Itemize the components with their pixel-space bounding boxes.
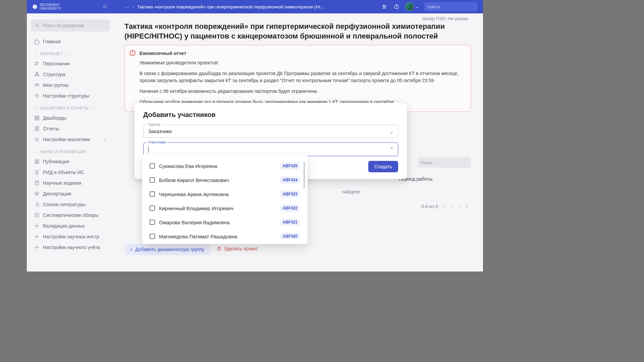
pin-icon[interactable] bbox=[102, 3, 108, 10]
trash-icon bbox=[217, 246, 221, 251]
sidebar-item-analytics-settings[interactable]: Настройки аналитики⌄ bbox=[31, 134, 110, 145]
equalizer-icon[interactable] bbox=[381, 3, 388, 10]
delete-project-button[interactable]: Удалить проект bbox=[211, 244, 263, 253]
breadcrumb-ellipsis[interactable]: … bbox=[125, 4, 129, 9]
chevron-down-icon: ⌄ bbox=[103, 137, 107, 142]
svg-point-2 bbox=[385, 6, 386, 7]
cap-icon bbox=[34, 191, 40, 196]
sidebar-item-mygroups[interactable]: Мои группы bbox=[31, 80, 110, 90]
svg-point-24 bbox=[36, 225, 38, 227]
prev-page-icon[interactable]: ‹ bbox=[451, 204, 453, 209]
bulb-icon bbox=[34, 170, 40, 175]
sidebar-item-structure[interactable]: Структура bbox=[31, 69, 110, 80]
svg-rect-17 bbox=[37, 116, 39, 118]
sidebar-item-lit-lists[interactable]: Списки литературы bbox=[31, 199, 110, 210]
sidebar-item-label: Структура bbox=[43, 72, 65, 77]
sidebar-item-rid[interactable]: РИД и объекты ИС bbox=[31, 167, 110, 178]
participants-dropdown: Сукиасова Ева ИгоревнаABF425 Бобков Кири… bbox=[142, 154, 308, 244]
svg-point-13 bbox=[35, 84, 37, 85]
table-search-placeholder: Поиск bbox=[421, 160, 433, 165]
option-code: ABF421 bbox=[280, 219, 300, 226]
last-page-icon[interactable]: ›| bbox=[466, 204, 468, 209]
home-icon bbox=[34, 39, 40, 44]
sidebar-item-dashboards[interactable]: Дашборды bbox=[31, 113, 110, 123]
sidebar-item-persons[interactable]: Персоналии bbox=[31, 58, 110, 69]
option-name: Магомедова Патимат Рашадовна bbox=[159, 234, 237, 239]
svg-point-21 bbox=[36, 139, 38, 140]
book-icon bbox=[34, 159, 40, 164]
add-dynamic-group-button[interactable]: + Добавить динамическую группу bbox=[124, 244, 210, 255]
checkbox-icon[interactable] bbox=[150, 177, 155, 183]
global-search-input[interactable] bbox=[427, 4, 484, 9]
users-icon bbox=[34, 61, 40, 66]
dropdown-option[interactable]: Магомедова Патимат РашадовнаABF420 bbox=[148, 229, 302, 239]
modal-title: Добавить участников bbox=[143, 111, 398, 119]
table-search[interactable]: Поиск bbox=[417, 158, 471, 168]
group-select[interactable]: Группа Заказчики ⌄ bbox=[143, 125, 398, 138]
svg-point-3 bbox=[384, 8, 384, 8]
sidebar-item-label: Настройки структуры bbox=[43, 93, 89, 99]
sidebar-item-publications[interactable]: Публикации bbox=[31, 156, 110, 167]
svg-rect-18 bbox=[35, 118, 37, 120]
logo-text-2: UNIVERSITY bbox=[40, 7, 61, 10]
chevron-down-icon: ⌄ bbox=[415, 4, 419, 9]
dropdown-option[interactable]: Бобков Кирилл ВячеславовичABF424 bbox=[148, 173, 302, 187]
top-bar: SECHENOV UNIVERSITY … › Тактика «контрол… bbox=[27, 0, 483, 13]
option-code: ABF420 bbox=[280, 233, 300, 239]
logo[interactable]: SECHENOV UNIVERSITY bbox=[32, 3, 61, 10]
sidebar-item-home[interactable]: Главная bbox=[31, 36, 110, 47]
group-icon bbox=[34, 82, 40, 88]
svg-point-8 bbox=[36, 62, 37, 63]
user-menu[interactable]: ⌄ bbox=[405, 2, 419, 11]
svg-point-25 bbox=[36, 236, 38, 237]
sidebar-item-label: Публикации bbox=[43, 159, 69, 164]
first-page-icon[interactable]: |‹ bbox=[443, 204, 446, 209]
sidebar-item-label: Настройки аналитики bbox=[43, 137, 90, 142]
sidebar-item-sci-instr[interactable]: Настройки научных инстр. bbox=[31, 231, 110, 242]
sidebar-item-journals[interactable]: Научные издания bbox=[31, 178, 110, 188]
sidebar-item-sys-reviews[interactable]: Систематические обзоры bbox=[31, 210, 110, 221]
sidebar-item-dissertations[interactable]: Диссертации bbox=[31, 188, 110, 199]
sidebar-item-label: Списки литературы bbox=[43, 202, 86, 207]
checkbox-icon[interactable] bbox=[150, 163, 155, 169]
gear-icon bbox=[34, 223, 40, 229]
report-icon bbox=[34, 126, 40, 131]
dropdown-option[interactable]: Сукиасова Ева ИгоревнаABF425 bbox=[148, 159, 302, 173]
checkbox-icon[interactable] bbox=[150, 191, 155, 197]
journal-icon bbox=[34, 180, 40, 186]
sidebar-item-reports[interactable]: Отчеты bbox=[31, 123, 110, 134]
help-icon[interactable] bbox=[393, 3, 400, 10]
sidebar-item-data-validation[interactable]: Валидация данных bbox=[31, 221, 110, 231]
sidebar-search[interactable]: Поиск по разделам bbox=[31, 19, 110, 32]
chevron-down-icon: ⌄ bbox=[389, 128, 394, 134]
alert-title: Ежемесячный отчет bbox=[140, 50, 465, 57]
svg-rect-19 bbox=[37, 118, 39, 120]
sidebar-item-struct-settings[interactable]: Настройки структуры bbox=[31, 90, 110, 101]
content: Шифр ПЭО: Не указан Тактика «контроля по… bbox=[119, 13, 476, 112]
cipher-label: Шифр ПЭО: Не указан bbox=[124, 16, 471, 21]
option-code: ABF425 bbox=[280, 162, 300, 170]
dropdown-option[interactable]: Кирничный Владимир ИгоревичABF422 bbox=[148, 201, 302, 215]
sidebar-section-analytics: АНАЛИТИКА И ОТЧЕТЫ bbox=[31, 101, 110, 113]
sidebar-item-label: Главная bbox=[43, 39, 61, 44]
option-name: Кирничный Владимир Игоревич bbox=[159, 205, 233, 211]
global-search[interactable] bbox=[424, 2, 478, 11]
field-label: Группа bbox=[147, 122, 161, 126]
option-code: ABF422 bbox=[280, 204, 300, 212]
gear-icon bbox=[34, 93, 40, 99]
checkbox-icon[interactable] bbox=[150, 234, 155, 239]
scrollbar[interactable] bbox=[304, 162, 305, 188]
gear-icon bbox=[34, 137, 40, 142]
sidebar-item-label: РИД и объекты ИС bbox=[43, 170, 84, 175]
sidebar-item-label: Персоналии bbox=[43, 61, 70, 66]
list-icon bbox=[34, 202, 40, 207]
dropdown-option[interactable]: Омарова Валерия ВадимовнаABF421 bbox=[148, 215, 302, 229]
checkbox-icon[interactable] bbox=[150, 205, 155, 211]
sidebar-item-sci-acct[interactable]: Настройки научного учёта bbox=[31, 242, 110, 253]
checkbox-icon[interactable] bbox=[150, 220, 155, 225]
sidebar-item-label: Мои группы bbox=[43, 82, 68, 88]
next-page-icon[interactable]: › bbox=[459, 204, 460, 209]
breadcrumb-title[interactable]: Тактика «контроля повреждений» при гипер… bbox=[137, 4, 325, 9]
dropdown-option[interactable]: Черешнева Арина АртемовнаABF423 bbox=[148, 187, 302, 201]
create-button[interactable]: Создать bbox=[368, 161, 398, 172]
